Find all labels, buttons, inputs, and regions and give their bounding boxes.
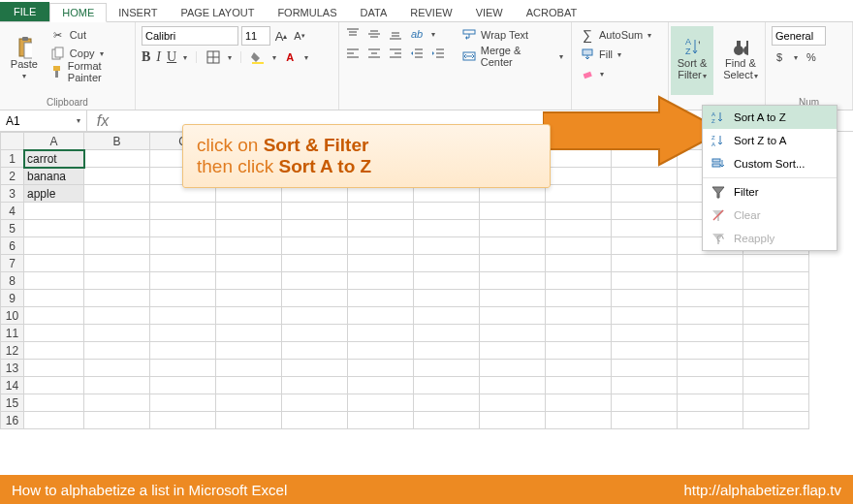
svg-text:A: A [711,142,715,147]
clear-filter-icon [711,207,726,223]
row-header-7[interactable]: 7 [1,255,24,272]
cut-label: Cut [70,29,86,41]
sort-filter-button[interactable]: AZ Sort &Filter▾ [671,26,713,95]
clear-button[interactable]: ▾ [578,65,662,82]
merge-center-button[interactable]: Merge & Center▾ [459,47,565,65]
sigma-icon: ∑ [580,27,595,43]
fill-button[interactable]: Fill▾ [578,46,662,63]
svg-rect-1 [24,43,32,58]
fx-icon[interactable]: fx [91,113,114,129]
menu-sort-za[interactable]: ZASort Z to A [703,129,837,152]
svg-rect-2 [22,37,28,41]
merge-center-label: Merge & Center [481,45,554,68]
cell-A2[interactable]: banana [24,168,84,185]
align-left-icon[interactable] [345,46,361,61]
italic-button[interactable]: I [156,49,161,65]
svg-rect-6 [55,71,58,78]
tab-strip: FILE HOME INSERT PAGE LAYOUT FORMULAS DA… [0,0,853,21]
align-bottom-icon[interactable] [388,26,403,42]
wrap-text-button[interactable]: Wrap Text [459,26,565,44]
font-size-select[interactable] [241,26,270,46]
row-header-15[interactable]: 15 [1,394,24,412]
tab-view[interactable]: VIEW [464,4,515,21]
menu-filter[interactable]: Filter [703,180,837,204]
custom-sort-icon [711,156,726,172]
menu-custom-sort[interactable]: Custom Sort... [703,152,837,175]
paste-button[interactable]: Paste▾ [6,26,43,95]
select-all-corner[interactable] [1,133,24,150]
orientation-icon[interactable]: ab [409,26,425,42]
copy-label: Copy [70,47,95,59]
font-color-button[interactable]: A [282,49,298,65]
paste-icon [16,41,32,56]
align-right-icon[interactable] [388,46,403,61]
svg-rect-50 [712,159,720,162]
menu-sort-az[interactable]: AZSort A to Z [703,106,837,129]
footer-title: How to alphabetize a list in Microsoft E… [12,482,287,498]
bold-button[interactable]: B [142,49,150,65]
svg-rect-10 [252,62,264,64]
find-select-button[interactable]: Find &Select▾ [719,26,762,95]
cut-button[interactable]: ✂Cut [48,26,129,44]
format-painter-button[interactable]: Format Painter [48,63,129,80]
row-header-8[interactable]: 8 [1,272,24,290]
font-name-select[interactable] [142,26,238,46]
row-header-2[interactable]: 2 [1,168,24,185]
row-header-5[interactable]: 5 [1,220,24,237]
cell-A3[interactable]: apple [24,185,84,203]
svg-text:A: A [711,111,715,117]
row-header-3[interactable]: 3 [1,185,24,203]
underline-button[interactable]: U [167,49,176,65]
decrease-font-icon[interactable]: A▾ [292,28,307,44]
svg-text:Z: Z [685,47,691,56]
row-header-16[interactable]: 16 [1,412,24,429]
col-header-A[interactable]: A [24,133,84,150]
svg-rect-44 [746,41,748,47]
decrease-indent-icon[interactable] [409,46,425,61]
increase-font-icon[interactable]: A▴ [273,28,289,44]
cell-A1[interactable]: carrot [24,150,84,168]
row-header-6[interactable]: 6 [1,237,24,255]
merge-icon [461,48,477,64]
tab-insert[interactable]: INSERT [107,4,169,21]
tab-formulas[interactable]: FORMULAS [266,4,348,21]
row-header-13[interactable]: 13 [1,360,24,377]
row-header-10[interactable]: 10 [1,307,24,325]
row-header-14[interactable]: 14 [1,377,24,394]
currency-icon[interactable]: $ [772,49,787,65]
row-header-4[interactable]: 4 [1,203,24,220]
row-header-1[interactable]: 1 [1,150,24,168]
tab-page-layout[interactable]: PAGE LAYOUT [169,4,266,21]
menu-clear: Clear [703,204,837,227]
copy-icon [50,46,66,61]
svg-rect-37 [583,49,592,55]
percent-icon[interactable]: % [804,49,819,65]
borders-button[interactable] [205,49,221,65]
sort-za-icon: ZA [711,133,726,148]
svg-rect-4 [55,47,63,57]
reapply-icon [711,231,726,246]
increase-indent-icon[interactable] [430,46,446,61]
col-header-B[interactable]: B [84,133,150,150]
sort-az-icon: AZ [711,110,726,125]
tab-acrobat[interactable]: ACROBAT [515,4,588,21]
tab-file[interactable]: FILE [0,2,49,21]
align-middle-icon[interactable] [366,26,382,42]
fill-color-button[interactable] [250,49,266,65]
align-center-icon[interactable] [366,46,382,61]
name-box[interactable]: A1▾ [0,110,87,131]
number-format-select[interactable] [772,26,826,46]
row-header-9[interactable]: 9 [1,290,24,307]
brush-icon [50,64,64,79]
align-top-icon[interactable] [345,26,361,42]
format-painter-label: Format Painter [68,60,127,83]
svg-text:Z: Z [711,135,715,141]
tab-review[interactable]: REVIEW [398,4,463,21]
tab-home[interactable]: HOME [49,3,107,22]
svg-marker-45 [543,97,723,165]
autosum-button[interactable]: ∑AutoSum▾ [578,26,662,44]
row-header-11[interactable]: 11 [1,325,24,342]
tab-data[interactable]: DATA [349,4,399,21]
row-header-12[interactable]: 12 [1,342,24,360]
paste-label: Paste [11,58,38,70]
